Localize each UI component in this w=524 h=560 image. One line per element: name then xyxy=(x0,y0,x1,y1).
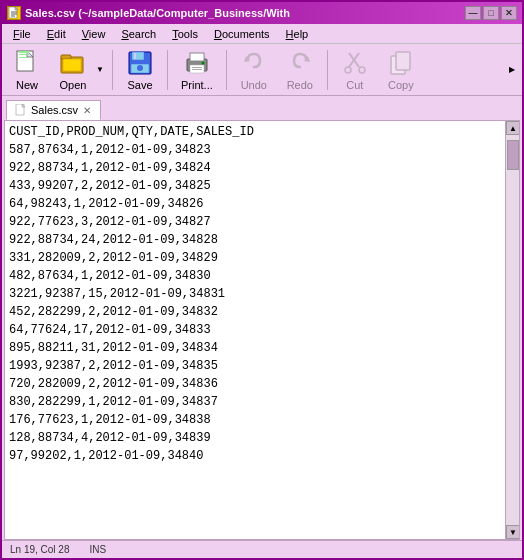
copy-button[interactable]: Copy xyxy=(380,45,422,95)
toolbar-overflow-button[interactable]: ▶ xyxy=(506,51,518,89)
open-label: Open xyxy=(60,79,87,91)
open-icon xyxy=(59,49,87,77)
undo-label: Undo xyxy=(241,79,267,91)
menu-help[interactable]: Help xyxy=(279,26,316,42)
toolbar-divider-2 xyxy=(167,50,168,90)
toolbar-divider-3 xyxy=(226,50,227,90)
menu-view[interactable]: View xyxy=(75,26,113,42)
redo-label: Redo xyxy=(287,79,313,91)
menu-edit[interactable]: Edit xyxy=(40,26,73,42)
menu-documents[interactable]: Documents xyxy=(207,26,277,42)
maximize-button[interactable]: □ xyxy=(483,6,499,20)
cursor-position: Ln 19, Col 28 xyxy=(10,544,70,555)
scrollbar-track[interactable] xyxy=(506,135,519,525)
new-label: New xyxy=(16,79,38,91)
svg-rect-22 xyxy=(192,69,202,70)
save-label: Save xyxy=(127,79,152,91)
file-content[interactable]: CUST_ID,PROD_NUM,QTY,DATE,SALES_ID 587,8… xyxy=(5,121,505,539)
copy-icon xyxy=(387,49,415,77)
cut-label: Cut xyxy=(346,79,363,91)
title-bar-left: Sales.csv (~/sampleData/Computer_Busines… xyxy=(7,6,290,20)
menu-bar: File Edit View Search Tools Documents He… xyxy=(2,24,522,44)
copy-label: Copy xyxy=(388,79,414,91)
svg-point-29 xyxy=(359,67,365,73)
svg-rect-19 xyxy=(190,53,204,61)
tab-sales-csv[interactable]: Sales.csv ✕ xyxy=(6,100,101,120)
svg-rect-15 xyxy=(134,53,136,59)
scroll-down-button[interactable]: ▼ xyxy=(506,525,520,539)
open-button-group: Open ▼ xyxy=(52,45,106,95)
print-icon xyxy=(183,49,211,77)
title-bar: Sales.csv (~/sampleData/Computer_Busines… xyxy=(2,2,522,24)
svg-rect-11 xyxy=(61,55,71,59)
cut-icon xyxy=(341,49,369,77)
scrollbar-thumb[interactable] xyxy=(507,140,519,170)
save-icon xyxy=(126,49,154,77)
insert-mode: INS xyxy=(90,544,107,555)
tab-label: Sales.csv xyxy=(31,104,78,116)
tab-close-button[interactable]: ✕ xyxy=(82,105,92,116)
svg-point-28 xyxy=(345,67,351,73)
menu-tools[interactable]: Tools xyxy=(165,26,205,42)
vertical-scrollbar: ▲ ▼ xyxy=(505,121,519,539)
toolbar: New Open ▼ xyxy=(2,44,522,96)
toolbar-divider-4 xyxy=(327,50,328,90)
svg-rect-31 xyxy=(396,52,410,70)
close-button[interactable]: ✕ xyxy=(501,6,517,20)
tab-icon xyxy=(15,104,27,116)
scroll-up-button[interactable]: ▲ xyxy=(506,121,520,135)
open-button[interactable]: Open xyxy=(52,45,94,95)
svg-rect-21 xyxy=(192,67,202,68)
content-area: CUST_ID,PROD_NUM,QTY,DATE,SALES_ID 587,8… xyxy=(4,120,520,540)
svg-rect-12 xyxy=(63,59,81,71)
toolbar-more: ▶ xyxy=(506,51,518,89)
save-button[interactable]: Save xyxy=(119,45,161,95)
minimize-button[interactable]: — xyxy=(465,6,481,20)
toolbar-divider-1 xyxy=(112,50,113,90)
undo-icon xyxy=(240,49,268,77)
print-button[interactable]: Print... xyxy=(174,45,220,95)
window-title: Sales.csv (~/sampleData/Computer_Busines… xyxy=(25,7,290,19)
print-label: Print... xyxy=(181,79,213,91)
redo-button[interactable]: Redo xyxy=(279,45,321,95)
cut-button[interactable]: Cut xyxy=(334,45,376,95)
open-arrow-button[interactable]: ▼ xyxy=(94,51,106,89)
menu-file[interactable]: File xyxy=(6,26,38,42)
svg-rect-9 xyxy=(19,57,27,58)
svg-rect-7 xyxy=(19,51,29,53)
redo-icon xyxy=(286,49,314,77)
file-icon xyxy=(7,6,21,20)
svg-rect-14 xyxy=(132,52,144,60)
undo-button[interactable]: Undo xyxy=(233,45,275,95)
main-window: Sales.csv (~/sampleData/Computer_Busines… xyxy=(0,0,524,560)
svg-point-17 xyxy=(137,65,143,71)
new-button[interactable]: New xyxy=(6,45,48,95)
window-controls: — □ ✕ xyxy=(465,6,517,20)
status-bar: Ln 19, Col 28 INS xyxy=(2,540,522,558)
svg-point-23 xyxy=(201,61,204,64)
new-icon xyxy=(13,49,41,77)
tab-bar: Sales.csv ✕ xyxy=(2,96,522,120)
svg-rect-8 xyxy=(19,54,29,55)
menu-search[interactable]: Search xyxy=(114,26,163,42)
